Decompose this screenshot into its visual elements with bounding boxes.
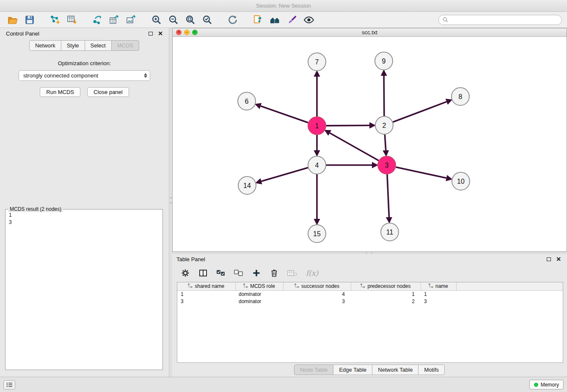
graph-edge-2-8[interactable] [393,102,447,122]
open-session-button[interactable] [5,14,20,26]
show-hide-panels-button[interactable] [301,14,317,26]
status-bar: Memory [0,377,567,392]
graph-edge-2-9[interactable] [384,76,384,116]
table-cell[interactable]: 3 [283,298,351,305]
list-icon [6,382,13,387]
refresh-view-button[interactable] [225,14,240,26]
export-network-button[interactable] [90,14,105,26]
control-tab-select[interactable]: Select [85,40,112,51]
search-input[interactable] [451,17,558,23]
table-tab-network-table[interactable]: Network Table [372,364,418,375]
table-cell[interactable]: 3 [177,298,235,305]
search-icon [443,17,448,22]
graph-edge-4-14[interactable] [261,168,308,181]
window-titlebar: Session: New Session [0,0,567,12]
select-all-icon [216,269,226,277]
import-network-button[interactable] [47,14,63,26]
column-header-predecessor-nodes[interactable]: predecessor nodes [351,282,421,290]
control-tab-network[interactable]: Network [29,40,61,51]
apply-style-button[interactable] [284,14,300,26]
function-builder-button[interactable]: f(x) [306,268,318,278]
toolbar-separator [39,19,46,20]
table-cell[interactable]: 1 [421,290,456,298]
graph-edge-3-11[interactable] [387,174,389,217]
table-cell[interactable]: 2 [351,298,421,305]
graph-edge-3-10[interactable] [396,167,446,178]
toolbar-separator [217,19,223,20]
select-all-button[interactable] [216,268,226,278]
zoom-selected-button[interactable] [200,14,215,26]
float-table-panel-icon[interactable] [547,257,551,261]
memory-button-label: Memory [541,382,559,388]
refresh-icon [227,14,238,25]
column-header-label: shared name [195,283,224,289]
graph-edge-2-3[interactable] [385,135,385,150]
table-options-button[interactable] [181,268,190,278]
close-panel-button[interactable]: Close panel [87,87,129,97]
table-row[interactable]: 1dominator411 [177,290,563,298]
save-session-button[interactable] [22,14,37,26]
graph-edge-1-2[interactable] [326,125,369,126]
table-tab-motifs[interactable]: Motifs [418,364,445,375]
control-panel-header: Control Panel ✕ [0,28,169,39]
plus-icon [252,269,261,277]
memory-button[interactable]: Memory [529,380,564,389]
close-panel-icon[interactable]: ✕ [158,30,163,36]
column-header-mcds-role[interactable]: MCDS role [235,282,283,290]
delete-table-icon [287,269,297,277]
delete-columns-button[interactable] [270,268,279,278]
zoom-fit-button[interactable] [183,14,198,26]
network-view-window: scc.txt ✕ − + 7968123414101511 [172,28,567,252]
table-cell[interactable]: 4 [283,290,351,298]
search-field[interactable] [438,15,562,25]
clone-network-icon [253,14,264,25]
task-history-button[interactable] [3,380,15,389]
network-canvas[interactable]: 7968123414101511 [173,37,567,251]
main-area: Control Panel ✕ NetworkStyleSelectMCDS O… [0,28,567,377]
delete-table-button[interactable] [287,268,297,278]
export-table-button[interactable] [107,14,122,26]
add-column-button[interactable] [252,268,261,278]
table-cell[interactable]: dominator [235,298,283,305]
splitter-grip[interactable] [170,197,172,203]
search-area [438,15,562,25]
table-cell[interactable]: dominator [235,290,283,298]
table-cell[interactable]: 1 [177,290,235,298]
vertical-splitter[interactable] [169,28,172,377]
criterion-dropdown-value: strongly connected component [23,72,98,79]
network-canvas-area[interactable]: 7968123414101511 [173,37,567,251]
horizontal-splitter[interactable] [172,252,567,254]
graph-node-label: 8 [459,93,462,100]
table-row[interactable]: 3dominator323 [177,298,563,305]
column-header-shared-name[interactable]: shared name [177,282,235,290]
float-panel-icon[interactable] [149,32,153,36]
graph-edge-1-6[interactable] [261,106,308,123]
run-mcds-button[interactable]: Run MCDS [40,87,80,97]
control-tab-style[interactable]: Style [61,40,85,51]
deselect-all-button[interactable] [234,268,243,278]
import-table-button[interactable] [64,14,80,26]
zoom-out-button[interactable] [166,14,181,26]
zoom-out-icon [168,14,179,25]
save-floppy-icon [25,15,35,25]
criterion-dropdown[interactable]: strongly connected component [19,70,150,81]
graph-edge-3-1[interactable] [330,133,379,160]
zoom-in-button[interactable] [149,14,164,26]
trash-icon [270,269,278,277]
show-columns-button[interactable] [198,268,208,278]
export-network-icon [92,14,103,25]
control-panel-title: Control Panel [6,30,39,37]
node-table-container: shared nameMCDS rolesuccessor nodesprede… [177,282,563,363]
column-header-successor-nodes[interactable]: successor nodes [283,282,351,290]
clone-network-button[interactable] [250,14,266,26]
table-cell[interactable]: 1 [351,290,421,298]
network-analyzer-button[interactable] [267,14,283,26]
control-tab-mcds[interactable]: MCDS [111,40,139,51]
export-image-button[interactable] [124,14,139,26]
table-cell[interactable]: 3 [421,298,456,305]
close-table-panel-icon[interactable]: ✕ [556,256,561,262]
table-tab-node-table[interactable]: Node Table [294,364,334,375]
column-header-name[interactable]: name [421,282,456,290]
splitter-grip[interactable] [366,252,372,254]
table-tab-edge-table[interactable]: Edge Table [333,364,372,375]
